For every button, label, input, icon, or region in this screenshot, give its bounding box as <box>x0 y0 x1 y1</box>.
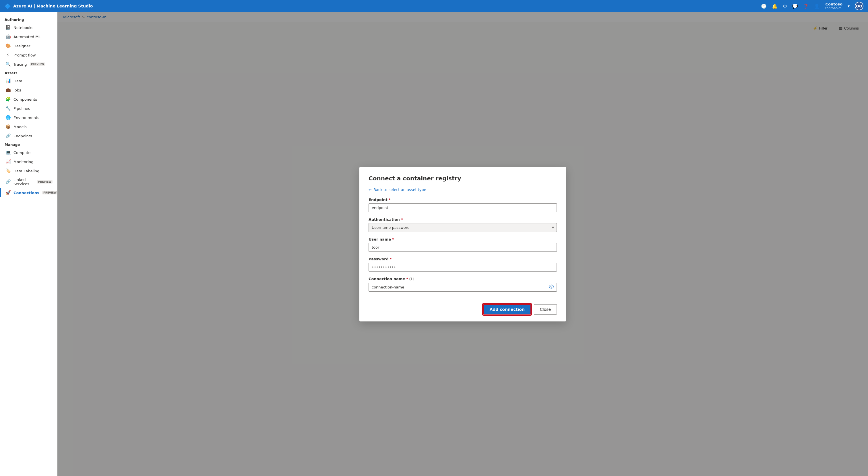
endpoint-required: * <box>389 198 391 202</box>
sidebar-label-endpoints: Endpoints <box>13 134 32 138</box>
manage-section-label: Manage <box>0 140 57 148</box>
authentication-required: * <box>401 217 403 222</box>
settings-icon[interactable]: ⚙️ <box>783 3 787 9</box>
chevron-down-icon[interactable]: ▾ <box>848 4 849 8</box>
sidebar-label-designer: Designer <box>13 44 30 48</box>
bell-icon[interactable]: 🔔 <box>772 3 778 9</box>
sidebar-label-prompt-flow: Prompt flow <box>13 53 36 57</box>
sidebar-item-tracing[interactable]: 🔍 Tracing PREVIEW <box>0 60 57 69</box>
username-field-group: User name * <box>369 237 557 252</box>
username-required: * <box>392 237 394 241</box>
username-input[interactable] <box>369 243 557 252</box>
topbar-left: 🔷 Azure AI | Machine Learning Studio <box>5 3 93 9</box>
sidebar-label-components: Components <box>13 97 37 102</box>
modal-title: Connect a container registry <box>369 175 557 182</box>
avatar[interactable]: OO <box>855 2 863 10</box>
environments-icon: 🌐 <box>5 115 11 120</box>
sidebar-item-data[interactable]: 📊 Data <box>0 76 57 86</box>
tracing-preview-badge: PREVIEW <box>30 63 45 66</box>
sidebar-label-monitoring: Monitoring <box>13 160 34 164</box>
password-wrapper <box>369 263 557 272</box>
sidebar-item-models[interactable]: 📦 Models <box>0 122 57 131</box>
password-field-group: Password * <box>369 257 557 272</box>
sidebar-item-data-labeling[interactable]: 🏷️ Data Labeling <box>0 166 57 175</box>
pipelines-icon: 🔧 <box>5 106 11 111</box>
endpoint-label: Endpoint * <box>369 198 557 202</box>
assets-section-label: Assets <box>0 69 57 76</box>
notebooks-icon: 📓 <box>5 25 11 30</box>
sidebar-label-linked-services: Linked Services <box>13 177 34 186</box>
designer-icon: 🎨 <box>5 43 11 48</box>
connection-name-required: * <box>406 277 408 281</box>
app-title: Azure AI | Machine Learning Studio <box>13 4 93 8</box>
sidebar-item-linked-services[interactable]: 🔗 Linked Services PREVIEW <box>0 175 57 188</box>
data-labeling-icon: 🏷️ <box>5 168 11 173</box>
password-required: * <box>390 257 392 261</box>
back-arrow-icon: ← <box>369 188 372 192</box>
username-label: User name * <box>369 237 557 241</box>
sidebar-item-monitoring[interactable]: 📈 Monitoring <box>0 157 57 166</box>
eye-icon[interactable] <box>549 284 554 290</box>
back-label: Back to select an asset type <box>373 188 426 192</box>
main-content: Microsoft > contoso-ml ⚡ Filter ▦ Column… <box>57 12 868 476</box>
linked-services-preview-badge: PREVIEW <box>37 180 53 183</box>
connection-name-label: Connection name * i <box>369 277 557 281</box>
authentication-select[interactable]: Username password <box>369 223 557 232</box>
sidebar: Authoring 📓 Notebooks 🤖 Automated ML 🎨 D… <box>0 12 57 476</box>
sidebar-item-pipelines[interactable]: 🔧 Pipelines <box>0 104 57 113</box>
data-icon: 📊 <box>5 78 11 83</box>
sidebar-item-endpoints[interactable]: 🔗 Endpoints <box>0 131 57 140</box>
sidebar-item-connections[interactable]: 🚀 Connections PREVIEW <box>0 188 57 197</box>
modal-dialog: Connect a container registry ← Back to s… <box>360 167 566 321</box>
sidebar-item-automated-ml[interactable]: 🤖 Automated ML <box>0 32 57 41</box>
topbar-right: 🕐 🔔 ⚙️ 💬 ❓ 👤 Contoso contoso-ml ▾ OO <box>761 2 863 10</box>
azure-logo-icon: 🔷 <box>5 3 11 9</box>
chat-icon[interactable]: 💬 <box>792 3 798 9</box>
password-input[interactable] <box>369 263 557 272</box>
help-icon[interactable]: ❓ <box>803 3 809 9</box>
close-button[interactable]: Close <box>534 304 557 314</box>
add-connection-button[interactable]: Add connection <box>483 304 531 314</box>
sidebar-item-components[interactable]: 🧩 Components <box>0 95 57 104</box>
sidebar-label-data-labeling: Data Labeling <box>13 169 39 173</box>
topbar: 🔷 Azure AI | Machine Learning Studio 🕐 🔔… <box>0 0 868 12</box>
sidebar-item-prompt-flow[interactable]: ⚡ Prompt flow <box>0 50 57 60</box>
linked-services-icon: 🔗 <box>5 179 11 184</box>
sidebar-label-compute: Compute <box>13 150 30 155</box>
connection-name-info-icon[interactable]: i <box>409 277 414 281</box>
prompt-flow-icon: ⚡ <box>5 53 11 58</box>
endpoint-input[interactable] <box>369 203 557 212</box>
sidebar-item-compute[interactable]: 💻 Compute <box>0 148 57 157</box>
modal-footer: Add connection Close <box>369 300 557 314</box>
sidebar-label-automated-ml: Automated ML <box>13 35 41 39</box>
tracing-icon: 🔍 <box>5 62 11 67</box>
password-label: Password * <box>369 257 557 261</box>
sidebar-label-jobs: Jobs <box>13 88 21 92</box>
modal-overlay: Connect a container registry ← Back to s… <box>57 12 868 476</box>
user-workspace: contoso-ml <box>825 6 842 10</box>
compute-icon: 💻 <box>5 150 11 155</box>
endpoints-icon: 🔗 <box>5 133 11 138</box>
monitoring-icon: 📈 <box>5 159 11 164</box>
svg-point-0 <box>551 286 552 287</box>
sidebar-label-models: Models <box>13 125 27 129</box>
user-icon[interactable]: 👤 <box>814 3 820 9</box>
connection-name-input[interactable] <box>369 283 557 292</box>
back-button[interactable]: ← Back to select an asset type <box>369 188 557 192</box>
sidebar-item-designer[interactable]: 🎨 Designer <box>0 41 57 50</box>
history-icon[interactable]: 🕐 <box>761 3 767 9</box>
sidebar-label-environments: Environments <box>13 115 39 120</box>
authentication-field-group: Authentication * Username password ▾ <box>369 217 557 232</box>
sidebar-label-pipelines: Pipelines <box>13 106 30 111</box>
sidebar-item-jobs[interactable]: 💼 Jobs <box>0 86 57 95</box>
models-icon: 📦 <box>5 124 11 129</box>
connection-name-field-group: Connection name * i <box>369 277 557 292</box>
jobs-icon: 💼 <box>5 88 11 93</box>
sidebar-item-environments[interactable]: 🌐 Environments <box>0 113 57 122</box>
authentication-select-wrapper: Username password ▾ <box>369 223 557 232</box>
sidebar-label-notebooks: Notebooks <box>13 26 33 30</box>
sidebar-label-connections: Connections <box>13 191 39 195</box>
automated-ml-icon: 🤖 <box>5 34 11 39</box>
sidebar-item-notebooks[interactable]: 📓 Notebooks <box>0 23 57 32</box>
connections-icon: 🚀 <box>5 190 11 195</box>
